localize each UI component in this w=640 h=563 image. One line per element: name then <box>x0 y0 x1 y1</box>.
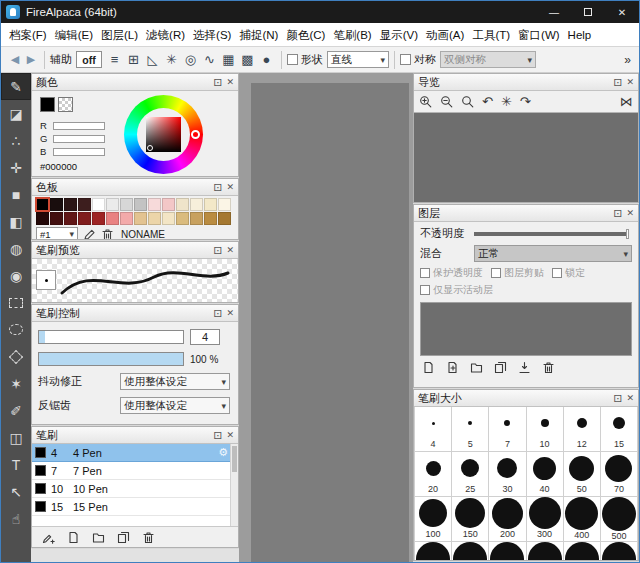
assist-off-button[interactable]: off <box>76 51 102 68</box>
float-panel-icon[interactable]: ⊡ <box>213 182 222 193</box>
close-panel-icon[interactable]: ✕ <box>226 246 234 255</box>
menu-item-12[interactable]: Help <box>564 23 596 47</box>
palette-swatch[interactable] <box>134 212 147 225</box>
hand-tool[interactable]: ☝ <box>1 505 31 532</box>
magic-wand-tool[interactable]: ✶ <box>1 370 31 397</box>
brush-size-cell[interactable]: 150 <box>452 497 489 542</box>
float-panel-icon[interactable]: ⊡ <box>613 393 622 404</box>
palette-swatch[interactable] <box>204 198 217 211</box>
snap-radial-icon[interactable]: ✳ <box>162 51 181 69</box>
snap-parallel-icon[interactable]: ≡ <box>105 51 124 69</box>
duplicate-layer-icon[interactable] <box>494 361 507 374</box>
saturation-value-square[interactable] <box>146 117 181 152</box>
select-rect-tool[interactable] <box>1 289 31 316</box>
foreground-color-swatch[interactable] <box>40 97 55 112</box>
bucket-tool[interactable]: ◍ <box>1 235 31 262</box>
brush-size-cell[interactable]: 200 <box>489 497 526 542</box>
palette-swatch[interactable] <box>92 198 105 211</box>
brush-list-item[interactable]: 1515 Pen <box>32 498 238 516</box>
snap-concentric-icon[interactable]: ◎ <box>181 51 200 69</box>
close-panel-icon[interactable]: ✕ <box>226 431 234 440</box>
move-tool[interactable]: ✛ <box>1 154 31 181</box>
close-panel-icon[interactable]: ✕ <box>226 78 234 87</box>
antialias-select[interactable]: 使用整体设定 ▾ <box>120 397 230 414</box>
menu-item-1[interactable]: 编辑(E) <box>51 23 97 47</box>
palette-swatch[interactable] <box>148 198 161 211</box>
scrollbar-thumb[interactable] <box>232 446 237 472</box>
brush-size-cell[interactable]: 25 <box>452 452 489 497</box>
eraser-tool[interactable]: ◪ <box>1 100 31 127</box>
float-panel-icon[interactable]: ⊡ <box>213 245 222 256</box>
menu-item-5[interactable]: 捕捉(N) <box>235 23 282 47</box>
palette-swatch[interactable] <box>78 198 91 211</box>
shape-select[interactable]: 直线 ▾ <box>327 51 389 68</box>
menu-item-6[interactable]: 颜色(C) <box>282 23 329 47</box>
color-wheel[interactable] <box>124 95 203 174</box>
select-pen-tool[interactable]: ✐ <box>1 397 31 424</box>
palette-swatch[interactable] <box>36 212 49 225</box>
brush-size-cell[interactable]: 500 <box>601 497 638 542</box>
shape-checkbox[interactable] <box>287 54 298 65</box>
select-polygon-tool[interactable] <box>1 343 31 370</box>
palette-swatch[interactable] <box>204 212 217 225</box>
green-slider[interactable] <box>53 135 105 143</box>
canvas[interactable] <box>251 83 409 562</box>
gradient-tool[interactable]: ◧ <box>1 208 31 235</box>
new-layer-icon[interactable] <box>422 361 435 374</box>
brush-size-cell[interactable]: 400 <box>564 497 601 542</box>
checkbox-icon[interactable] <box>491 268 501 278</box>
palette-swatch[interactable] <box>176 212 189 225</box>
float-panel-icon[interactable]: ⊡ <box>213 77 222 88</box>
snap-grid-icon[interactable]: ▦ <box>219 51 238 69</box>
operation-tool[interactable]: ↖ <box>1 478 31 505</box>
fill-tool[interactable]: ■ <box>1 181 31 208</box>
brush-size-cell[interactable]: 70 <box>601 452 638 497</box>
brush-list-item[interactable]: 1010 Pen <box>32 480 238 498</box>
symmetry-checkbox[interactable] <box>400 54 411 65</box>
palette-swatch[interactable] <box>92 212 105 225</box>
palette-swatch[interactable] <box>148 212 161 225</box>
blend-mode-select[interactable]: 正常 ▾ <box>474 245 632 262</box>
palette-swatch[interactable] <box>78 212 91 225</box>
palette-swatch[interactable] <box>106 198 119 211</box>
brush-size-cell[interactable]: 15 <box>601 407 638 452</box>
close-panel-icon[interactable]: ✕ <box>626 209 634 218</box>
brush-size-cell[interactable]: 12 <box>564 407 601 452</box>
brush-size-cell[interactable]: 10 <box>527 407 564 452</box>
palette-swatch[interactable] <box>176 198 189 211</box>
palette-swatch[interactable] <box>36 198 49 211</box>
menu-item-3[interactable]: 滤镜(R) <box>142 23 189 47</box>
brush-folder-icon[interactable] <box>92 531 105 544</box>
brush-size-cell[interactable]: 100 <box>415 497 452 542</box>
palette-swatch[interactable] <box>106 212 119 225</box>
brush-list-item[interactable]: 44 Pen⚙ <box>32 444 238 462</box>
close-panel-icon[interactable]: ✕ <box>626 78 634 87</box>
brush-size-cell[interactable]: 300 <box>527 497 564 542</box>
merge-down-icon[interactable] <box>518 361 531 374</box>
layer-folder-icon[interactable] <box>470 361 483 374</box>
palette-swatch[interactable] <box>218 198 231 211</box>
zoom-reset-icon[interactable] <box>461 95 474 108</box>
brush-size-cell[interactable]: 50 <box>564 452 601 497</box>
minimize-button[interactable]: — <box>537 1 571 23</box>
palette-swatch[interactable] <box>120 212 133 225</box>
brush-size-cell[interactable] <box>527 542 564 560</box>
layer-list[interactable] <box>420 302 632 356</box>
checkbox-icon[interactable] <box>552 268 562 278</box>
palette-swatch[interactable] <box>120 198 133 211</box>
prev-button[interactable]: ◀ <box>7 53 23 66</box>
brush-size-cell[interactable]: 7 <box>489 407 526 452</box>
palette-swatch[interactable] <box>218 212 231 225</box>
menu-item-8[interactable]: 显示(V) <box>376 23 422 47</box>
palette-swatch[interactable] <box>134 198 147 211</box>
snap-curve-icon[interactable]: ∿ <box>200 51 219 69</box>
checkbox-icon[interactable] <box>420 285 430 295</box>
snap-cross-icon[interactable]: ⊞ <box>124 51 143 69</box>
float-panel-icon[interactable]: ⊡ <box>613 208 622 219</box>
palette-swatch[interactable] <box>64 198 77 211</box>
new-layer-alt-icon[interactable] <box>446 361 459 374</box>
brush-settings-icon[interactable]: ⚙ <box>218 446 228 459</box>
zoom-out-icon[interactable] <box>440 95 453 108</box>
rotate-reset-icon[interactable]: ✳ <box>501 95 512 108</box>
checkbox-icon[interactable] <box>420 268 430 278</box>
